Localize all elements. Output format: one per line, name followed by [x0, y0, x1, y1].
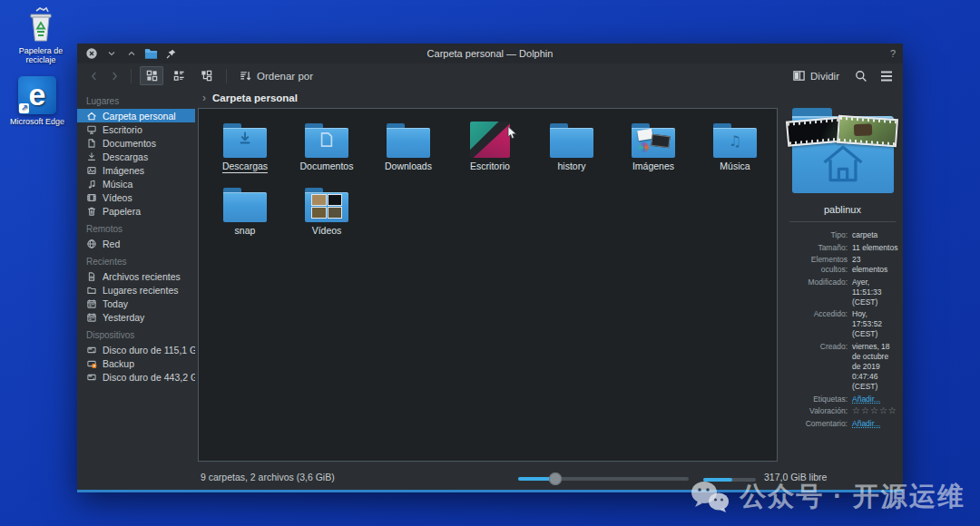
- sidebar-item-videos[interactable]: Vídeos: [77, 190, 195, 204]
- hamburger-menu-button[interactable]: [879, 70, 894, 83]
- desktop-icon-recycle-bin[interactable]: Papelera de reciclaje: [5, 4, 76, 65]
- sidebar-item-backup[interactable]: Backup: [77, 356, 195, 370]
- property-label: Comentario:: [786, 419, 852, 429]
- sidebar-item-disco-duro-de-115-1-gib[interactable]: Disco duro de 115,1 GiB: [77, 343, 195, 356]
- property-label: Valoración:: [786, 406, 852, 416]
- escritorio-preview-icon: [470, 118, 510, 158]
- folder-label: snap: [235, 225, 256, 236]
- zoom-slider[interactable]: [518, 477, 689, 481]
- property-add-link[interactable]: Añadir...: [852, 419, 898, 429]
- sidebar-item-disco-duro-de-443-2-gib[interactable]: Disco duro de 443,2 GiB: [77, 370, 195, 384]
- folder-item-imagenes[interactable]: Imágenes: [614, 118, 692, 173]
- sidebar-item-papelera[interactable]: Papelera: [77, 204, 195, 218]
- info-panel: pablinux Tipo:carpetaTamaño:11 elementos…: [782, 88, 903, 466]
- edge-icon: e ↗: [2, 74, 73, 114]
- property-label: Etiquetas:: [786, 394, 852, 404]
- sidebar-item-label: Lugares recientes: [103, 285, 178, 296]
- hdd-icon: [86, 345, 97, 356]
- watermark-text: 公众号 · 开源运维: [740, 479, 965, 515]
- search-button[interactable]: [854, 69, 868, 83]
- sort-by-label: Ordenar por: [257, 71, 313, 82]
- help-button[interactable]: ?: [890, 48, 896, 59]
- sidebar-item-label: Archivos recientes: [103, 271, 181, 282]
- property-label: Modificado:: [786, 278, 852, 307]
- folder-label: Imágenes: [632, 161, 674, 171]
- sidebar-item-musica[interactable]: Música: [77, 177, 195, 190]
- sidebar-section-dispositivos: Dispositivos: [77, 324, 195, 343]
- back-button[interactable]: [86, 68, 103, 84]
- folder-icon: [632, 118, 675, 158]
- sidebar-item-descargas[interactable]: Descargas: [77, 150, 195, 163]
- property-label: Accedido:: [786, 309, 852, 339]
- sidebar-item-label: Escritorio: [103, 124, 142, 135]
- folder-item-musica[interactable]: ♫Música: [696, 118, 774, 173]
- sidebar-item-label: Música: [103, 179, 132, 190]
- details-view-button[interactable]: [167, 66, 191, 85]
- selected-folder-preview: [792, 108, 894, 193]
- minimize-chevron-down-icon[interactable]: [104, 47, 118, 61]
- property-add-link[interactable]: Añadir...: [852, 394, 898, 404]
- trash-icon: [86, 206, 97, 217]
- titlebar: Carpeta personal — Dolphin ?: [77, 44, 903, 63]
- split-label: Dividir: [810, 71, 839, 82]
- property-label: Tipo:: [786, 230, 852, 240]
- zoom-slider-handle[interactable]: [549, 472, 562, 485]
- property-row-tipo: Tipo:carpeta: [786, 230, 898, 240]
- folder-view[interactable]: DescargasDocumentosDownloadsEscritoriohi…: [198, 108, 778, 462]
- folder-label: Vídeos: [312, 225, 342, 236]
- sidebar-item-yesterday[interactable]: Yesterday: [77, 310, 195, 324]
- folder-item-history[interactable]: history: [533, 118, 611, 173]
- folder-item-descargas[interactable]: Descargas: [206, 118, 284, 173]
- close-button[interactable]: [84, 47, 98, 61]
- center-column: › Carpeta personal DescargasDocumentosDo…: [195, 88, 782, 466]
- image-icon: [86, 165, 97, 176]
- toolbar: Ordenar por Dividir: [77, 63, 903, 88]
- folder-label: Downloads: [385, 161, 432, 171]
- rating-stars[interactable]: ☆☆☆☆☆: [852, 406, 898, 416]
- sidebar-item-carpeta-personal[interactable]: Carpeta personal: [77, 109, 195, 122]
- toolbar-separator: [131, 69, 132, 83]
- forward-button[interactable]: [106, 68, 122, 84]
- mouse-cursor-icon: [505, 125, 519, 141]
- home-emblem-icon: [817, 139, 869, 186]
- desktop-icon: [86, 124, 97, 135]
- sort-by-button[interactable]: Ordenar por: [235, 69, 317, 83]
- property-row-accedido: Accedido:Hoy, 17:53:52 (CEST): [786, 309, 898, 339]
- network-icon: [86, 239, 97, 249]
- folder-item-videos[interactable]: Vídeos: [288, 182, 366, 236]
- maximize-chevron-up-icon[interactable]: [124, 47, 138, 61]
- property-value: carpeta: [852, 230, 898, 240]
- video-icon: [86, 192, 97, 203]
- breadcrumb-current[interactable]: Carpeta personal: [212, 93, 298, 103]
- folder-icon: [223, 118, 267, 158]
- property-row-valoracion: Valoración:☆☆☆☆☆: [786, 406, 898, 416]
- sidebar-item-lugares-recientes[interactable]: Lugares recientes: [77, 283, 195, 297]
- sidebar-item-escritorio[interactable]: Escritorio: [77, 122, 195, 136]
- shortcut-arrow-icon: ↗: [19, 103, 29, 113]
- sidebar-item-label: Descargas: [103, 151, 148, 162]
- sidebar-item-imagenes[interactable]: Imágenes: [77, 163, 195, 177]
- property-row-comentario: Comentario:Añadir...: [786, 419, 898, 429]
- property-value: 11 elementos: [852, 243, 898, 253]
- hdd-icon: [86, 372, 97, 383]
- property-row-tamano: Tamaño:11 elementos: [786, 243, 898, 253]
- tree-view-button[interactable]: [194, 66, 218, 85]
- icons-view-button[interactable]: [140, 66, 163, 85]
- sidebar-section-recientes: Recientes: [77, 250, 195, 269]
- calendar-icon: [86, 298, 97, 309]
- breadcrumb[interactable]: › Carpeta personal: [195, 88, 782, 108]
- sidebar-item-documentos[interactable]: Documentos: [77, 136, 195, 150]
- folder-item-documentos[interactable]: Documentos: [288, 118, 366, 173]
- hdd-backup-icon: [86, 358, 97, 369]
- pin-icon[interactable]: [164, 47, 178, 61]
- music-icon: [86, 179, 97, 190]
- desktop-icon-label: Microsoft Edge: [10, 117, 64, 126]
- desktop-icon-microsoft-edge[interactable]: e ↗ Microsoft Edge: [2, 74, 73, 126]
- split-button[interactable]: Dividir: [789, 69, 843, 83]
- sidebar-item-archivos-recientes[interactable]: Archivos recientes: [77, 269, 195, 283]
- sidebar-item-today[interactable]: Today: [77, 297, 195, 310]
- folder-item-escritorio[interactable]: Escritorio: [451, 118, 529, 173]
- folder-item-downloads[interactable]: Downloads: [369, 118, 447, 173]
- sidebar-item-red[interactable]: Red: [77, 237, 195, 250]
- folder-item-snap[interactable]: snap: [206, 182, 284, 236]
